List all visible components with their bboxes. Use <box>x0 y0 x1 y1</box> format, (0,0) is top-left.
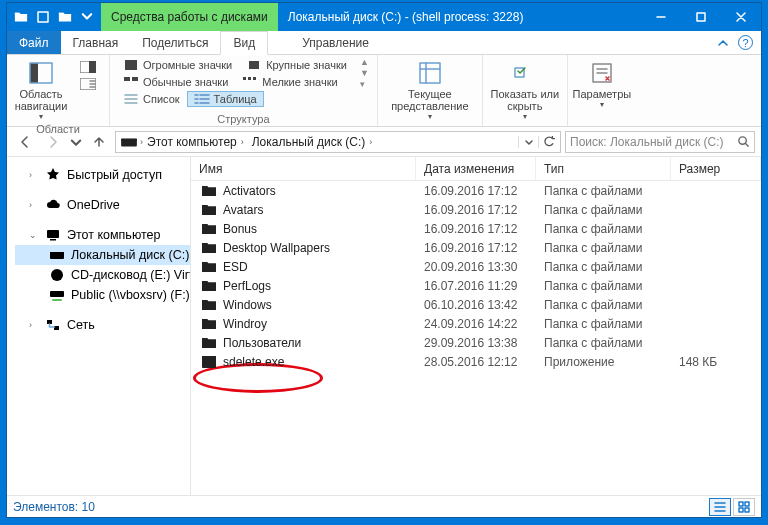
file-date: 06.10.2016 13:42 <box>416 298 536 312</box>
layout-details[interactable]: Таблица <box>187 91 264 107</box>
help-icon[interactable]: ? <box>738 35 753 50</box>
file-type: Папка с файлами <box>536 241 671 255</box>
explorer-icon <box>11 7 31 27</box>
status-count-label: Элементов: <box>13 500 78 514</box>
file-type: Приложение <box>536 355 671 369</box>
options-button[interactable]: Параметры▾ <box>574 57 630 110</box>
file-type: Папка с файлами <box>536 260 671 274</box>
col-name[interactable]: Имя <box>191 157 416 180</box>
layout-scroll-up[interactable]: ▲ <box>360 57 369 67</box>
ribbon-collapse-icon[interactable] <box>716 36 730 50</box>
layout-large-icons[interactable]: Крупные значки <box>239 57 354 73</box>
view-icons-toggle[interactable] <box>733 498 755 516</box>
breadcrumb-segment[interactable]: Локальный диск (C:)› <box>248 135 377 149</box>
layout-small-icons[interactable]: Мелкие значки <box>235 74 344 90</box>
svg-rect-34 <box>745 508 749 512</box>
view-details-toggle[interactable] <box>709 498 731 516</box>
tree-quick-access[interactable]: ›Быстрый доступ <box>15 165 190 185</box>
tree-drive-c[interactable]: Локальный диск (C:) <box>15 245 190 265</box>
svg-rect-22 <box>124 77 130 81</box>
breadcrumb-segment[interactable]: Этот компьютер› <box>143 135 248 149</box>
file-name: Avatars <box>223 203 263 217</box>
folder-icon <box>201 221 217 237</box>
svg-rect-25 <box>248 77 251 80</box>
forward-button[interactable] <box>41 130 65 154</box>
svg-rect-13 <box>38 12 48 22</box>
tab-home[interactable]: Главная <box>61 31 131 54</box>
qat-dropdown-icon[interactable] <box>77 7 97 27</box>
file-row[interactable]: Avatars16.09.2016 17:12Папка с файлами <box>191 200 761 219</box>
svg-rect-15 <box>30 63 38 83</box>
tree-cd-drive[interactable]: CD-дисковод (E:) VirtualB <box>15 265 190 285</box>
tab-share[interactable]: Поделиться <box>130 31 220 54</box>
file-row[interactable]: Windroy24.09.2016 14:22Папка с файлами <box>191 314 761 333</box>
explorer-window: Средства работы с дисками Локальный диск… <box>6 2 762 518</box>
qat-newfolder-icon[interactable] <box>55 7 75 27</box>
tab-file[interactable]: Файл <box>7 31 61 54</box>
search-icon <box>737 135 750 148</box>
nav-pane-button[interactable]: Область навигации▾ <box>13 57 69 122</box>
search-input[interactable]: Поиск: Локальный диск (C:) <box>565 131 755 153</box>
tree-net-drive[interactable]: Public (\\vboxsrv) (F:) <box>15 285 190 305</box>
status-bar: Элементов: 10 <box>7 495 761 517</box>
folder-icon <box>201 202 217 218</box>
folder-icon <box>201 278 217 294</box>
file-date: 24.09.2016 14:22 <box>416 317 536 331</box>
col-date[interactable]: Дата изменения <box>416 157 536 180</box>
file-row[interactable]: Windows06.10.2016 13:42Папка с файлами <box>191 295 761 314</box>
qat-properties-icon[interactable] <box>33 7 53 27</box>
file-row[interactable]: ESD20.09.2016 13:30Папка с файлами <box>191 257 761 276</box>
file-date: 28.05.2016 12:12 <box>416 355 536 369</box>
details-pane-button[interactable] <box>73 76 103 92</box>
up-button[interactable] <box>87 130 111 154</box>
back-button[interactable] <box>13 130 37 154</box>
layout-medium-icons[interactable]: Обычные значки <box>116 74 235 90</box>
file-date: 16.09.2016 17:12 <box>416 222 536 236</box>
tree-onedrive[interactable]: ›OneDrive <box>15 195 190 215</box>
folder-icon <box>201 297 217 313</box>
layout-scroll-down[interactable]: ▼ <box>360 68 369 78</box>
svg-rect-21 <box>249 61 259 69</box>
file-name: Пользователи <box>223 336 301 350</box>
file-row[interactable]: Activators16.09.2016 17:12Папка с файлам… <box>191 181 761 200</box>
file-name: Windows <box>223 298 272 312</box>
svg-rect-27 <box>420 63 440 83</box>
preview-pane-button[interactable] <box>73 59 103 75</box>
current-view-button[interactable]: Текущее представление▾ <box>384 57 476 122</box>
breadcrumb[interactable]: › Этот компьютер› Локальный диск (C:)› <box>115 131 561 153</box>
file-row[interactable]: PerfLogs16.07.2016 11:29Папка с файлами <box>191 276 761 295</box>
tree-this-pc[interactable]: ⌄Этот компьютер <box>15 225 190 245</box>
layout-xl-icons[interactable]: Огромные значки <box>116 57 239 73</box>
window-title: Локальный диск (C:) - (shell process: 32… <box>278 3 641 31</box>
file-list: Activators16.09.2016 17:12Папка с файлам… <box>191 181 761 495</box>
file-name: sdelete.exe <box>223 355 284 369</box>
file-row[interactable]: Desktop Wallpapers16.09.2016 17:12Папка … <box>191 238 761 257</box>
titlebar: Средства работы с дисками Локальный диск… <box>7 3 761 31</box>
tab-manage[interactable]: Управление <box>290 31 381 54</box>
svg-rect-26 <box>253 77 256 80</box>
file-row[interactable]: sdelete.exe28.05.2016 12:12Приложение148… <box>191 352 761 371</box>
layout-expand[interactable]: ▾ <box>360 79 369 89</box>
maximize-button[interactable] <box>681 3 721 31</box>
minimize-button[interactable] <box>641 3 681 31</box>
file-row[interactable]: Пользователи29.09.2016 13:38Папка с файл… <box>191 333 761 352</box>
tree-network[interactable]: ›Сеть <box>15 315 190 335</box>
col-size[interactable]: Размер <box>671 157 761 180</box>
folder-icon <box>201 240 217 256</box>
tab-view[interactable]: Вид <box>220 31 268 55</box>
file-row[interactable]: Bonus16.09.2016 17:12Папка с файлами <box>191 219 761 238</box>
file-name: Activators <box>223 184 276 198</box>
col-type[interactable]: Тип <box>536 157 671 180</box>
show-hide-button[interactable]: Показать или скрыть▾ <box>489 57 561 122</box>
status-count: 10 <box>82 500 95 514</box>
file-date: 29.09.2016 13:38 <box>416 336 536 350</box>
close-button[interactable] <box>721 3 761 31</box>
drive-icon <box>120 133 138 151</box>
address-dropdown[interactable] <box>518 136 538 148</box>
file-type: Папка с файлами <box>536 203 671 217</box>
layout-list[interactable]: Список <box>116 91 187 107</box>
recent-dropdown[interactable] <box>69 130 83 154</box>
application-icon <box>201 354 217 370</box>
svg-rect-18 <box>89 61 96 73</box>
refresh-button[interactable] <box>538 136 558 148</box>
